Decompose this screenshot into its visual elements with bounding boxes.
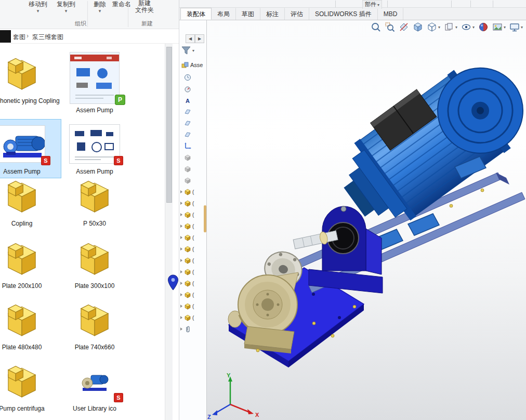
copy-settings-icon	[444, 22, 454, 32]
svg-text:A: A	[186, 98, 190, 104]
expand-arrow-icon[interactable]	[180, 259, 182, 262]
bearing-pedestal[interactable]	[309, 206, 383, 293]
tree-filter-button[interactable]: ▾	[181, 46, 194, 55]
view-orientation-button[interactable]	[413, 22, 423, 32]
file-label: Pump centrifuga	[0, 405, 60, 413]
panel-scroll-left-button[interactable]: ◀	[186, 34, 195, 43]
file-item[interactable]: Copling	[0, 172, 61, 230]
expand-arrow-icon[interactable]	[180, 202, 182, 205]
tree-root-item[interactable]: Asse	[181, 61, 203, 69]
tree-item-component[interactable]: (	[180, 210, 194, 219]
file-item[interactable]: PAssem Pump	[56, 49, 134, 116]
file-item[interactable]: Plate 300x100	[56, 234, 134, 292]
ribbon-tab-4[interactable]: 评估	[285, 8, 309, 20]
expand-arrow-icon[interactable]	[180, 293, 182, 296]
tree-item-annotations[interactable]: A	[180, 96, 191, 105]
ribbon-tab-0[interactable]: 装配体	[180, 8, 212, 20]
delete-button[interactable]: 删除 ▾	[89, 0, 110, 13]
tree-item-plane[interactable]	[180, 130, 191, 139]
app-root: 移动到 ▾ 复制到 ▾ 删除 ▾ 重命名 新建 文件夹 组织 新建	[0, 0, 526, 420]
file-item[interactable]: SAssem Pump	[56, 120, 134, 178]
ribbon-tab-6[interactable]: MBD	[378, 8, 404, 20]
tree-item-component[interactable]: (	[180, 256, 194, 265]
expand-arrow-icon[interactable]	[180, 305, 182, 308]
expand-arrow-icon[interactable]	[180, 213, 182, 216]
file-item[interactable]: llow phonetic yping Copling	[0, 49, 61, 107]
tree-item-sensors[interactable]	[180, 84, 191, 94]
tree-item-component[interactable]: (	[180, 221, 194, 231]
file-item[interactable]: SUser Library ico	[56, 357, 134, 415]
file-label: P 50x30	[57, 220, 133, 228]
ribbon-tab-3[interactable]: 标注	[260, 8, 285, 20]
sw-part-icon	[2, 239, 42, 278]
file-thumbnail	[57, 174, 133, 218]
zoom-area-button[interactable]	[385, 22, 395, 32]
part-button[interactable]: 部件▾	[362, 0, 382, 9]
move-to-button[interactable]: 移动到 ▾	[24, 0, 52, 13]
display-style-button[interactable]: ▾	[427, 22, 440, 32]
new-folder-button[interactable]: 新建 文件夹	[131, 0, 158, 14]
file-item[interactable]: Plate 480x480	[0, 295, 61, 353]
tree-scrollbar-thumb[interactable]	[204, 205, 206, 232]
file-item[interactable]: Plate 740x660	[56, 295, 134, 353]
tree-item-component-faded[interactable]	[180, 153, 191, 162]
expand-arrow-icon[interactable]	[180, 270, 182, 273]
tree-item-component[interactable]: (	[180, 233, 194, 242]
tree-item-mates[interactable]	[180, 324, 191, 334]
expand-arrow-icon[interactable]	[180, 225, 182, 228]
ribbon-tab-2[interactable]: 草图	[236, 8, 260, 20]
chevron-down-icon[interactable]: ▾	[472, 25, 475, 30]
expand-arrow-icon[interactable]	[180, 327, 182, 331]
tree-item-component[interactable]: (	[180, 313, 194, 322]
tree-item-plane[interactable]	[180, 107, 191, 116]
tree-item-history[interactable]	[180, 73, 191, 82]
tree-item-component-faded[interactable]	[180, 164, 191, 174]
tree-item-component[interactable]: (	[180, 187, 194, 196]
expand-arrow-icon[interactable]	[180, 236, 182, 239]
ribbon-tab-1[interactable]: 布局	[212, 8, 236, 20]
explorer-scrollbar[interactable]	[165, 44, 173, 420]
triad-x-label: X	[255, 412, 259, 418]
component-icon	[184, 291, 191, 298]
tree-item-plane[interactable]	[180, 119, 191, 128]
tree-item-origin[interactable]	[180, 141, 191, 151]
tree-item-component[interactable]: (	[180, 301, 194, 311]
scrollbar-thumb[interactable]	[166, 47, 172, 203]
pump-assembly-model[interactable]: Y X Z	[207, 34, 526, 420]
zoom-fit-button[interactable]	[371, 22, 381, 32]
component-icon	[184, 268, 191, 275]
chevron-down-icon[interactable]: ▾	[455, 25, 457, 30]
appearance-sphere-button[interactable]	[478, 22, 489, 32]
expand-arrow-icon[interactable]	[180, 190, 182, 193]
address-bar[interactable]: 套图 › 泵三维套图	[0, 29, 179, 44]
expand-arrow-icon[interactable]	[180, 282, 182, 285]
graphics-viewport[interactable]: ▾▾▾▾▾	[207, 20, 526, 420]
breadcrumb-parent[interactable]: 套图	[13, 33, 25, 42]
ribbon-tab-5[interactable]: SOLIDWORKS 插件	[309, 8, 378, 20]
file-item[interactable]: Plate 200x100	[0, 234, 61, 292]
tree-item-component[interactable]: (	[180, 199, 194, 208]
expand-arrow-icon[interactable]	[180, 247, 182, 251]
tree-item-component[interactable]: (	[180, 290, 194, 299]
section-view-button[interactable]	[399, 22, 409, 32]
scene-button[interactable]: ▾	[492, 22, 506, 32]
chevron-down-icon[interactable]: ▾	[521, 25, 523, 30]
panel-scroll-right-button[interactable]: ▶	[195, 34, 204, 43]
hide-show-button[interactable]: ▾	[461, 22, 475, 32]
tree-item-component[interactable]: (	[180, 267, 194, 277]
tree-item-component[interactable]: (	[180, 279, 194, 288]
file-item[interactable]: Pump centrifuga	[0, 357, 61, 415]
breadcrumb-current[interactable]: 泵三维套图	[32, 33, 63, 42]
file-item[interactable]: P 50x30	[56, 172, 134, 230]
hide-show-icon	[461, 22, 471, 32]
file-item[interactable]: SAssem Pump	[0, 120, 61, 178]
expand-arrow-icon[interactable]	[180, 316, 182, 319]
tree-item-component-faded[interactable]	[180, 176, 191, 185]
copy-to-button[interactable]: 复制到 ▾	[52, 0, 80, 13]
copy-settings-button[interactable]: ▾	[444, 22, 457, 32]
screen-capture-button[interactable]: ▾	[509, 22, 523, 32]
chevron-down-icon[interactable]: ▾	[504, 25, 506, 30]
chevron-down-icon[interactable]: ▾	[438, 25, 440, 30]
rename-button[interactable]: 重命名	[109, 0, 134, 9]
tree-item-component[interactable]: (	[180, 244, 194, 254]
